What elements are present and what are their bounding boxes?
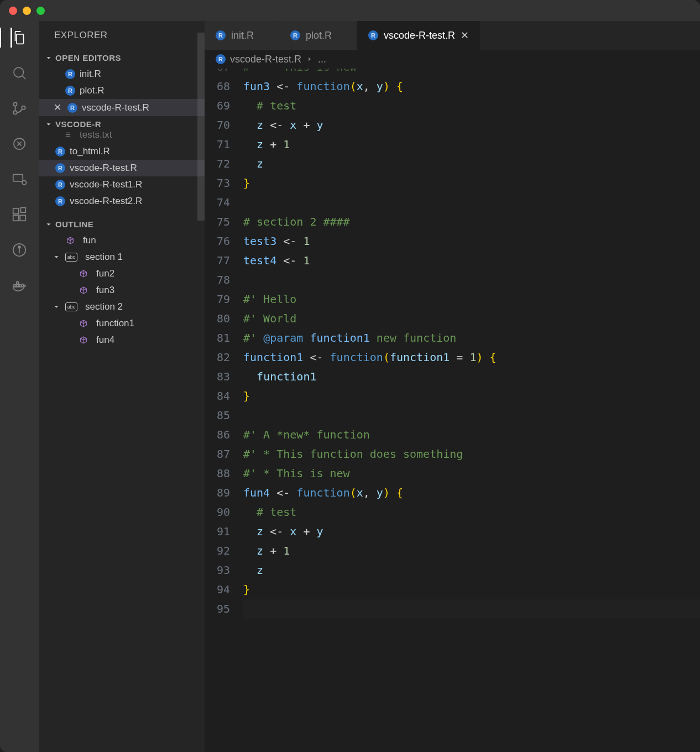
editor-tab[interactable]: plot.R✕ xyxy=(279,21,357,50)
breadcrumb-file: vscode-R-test.R xyxy=(230,54,301,65)
code-text: z + 1 xyxy=(243,541,700,561)
r-file-icon xyxy=(55,147,65,156)
code-line[interactable]: 72 z xyxy=(205,154,700,174)
close-icon[interactable]: ✕ xyxy=(461,29,469,41)
code-line[interactable]: 67# * This is new xyxy=(205,69,700,77)
code-line[interactable]: 77test4 <- 1 xyxy=(205,251,700,270)
search-icon[interactable] xyxy=(11,64,28,82)
code-line[interactable]: 88#' * This is new xyxy=(205,464,700,483)
open-editor-item[interactable]: init.R xyxy=(39,66,205,82)
git-graph-icon[interactable] xyxy=(11,241,28,259)
r-file-icon xyxy=(65,86,75,96)
editor-area: init.R✕plot.R✕vscode-R-test.R✕ vscode-R-… xyxy=(205,21,700,752)
file-item[interactable]: to_html.R xyxy=(39,143,205,160)
text-file-icon: ≡ xyxy=(65,129,75,140)
outline-label: function1 xyxy=(96,318,134,329)
file-item[interactable]: vscode-R-test2.R xyxy=(39,193,205,210)
svg-rect-9 xyxy=(13,215,19,221)
folder-list: ≡tests.txtto_html.Rvscode-R-test.Rvscode… xyxy=(39,132,205,210)
open-editor-item[interactable]: plot.R xyxy=(39,82,205,99)
code-line[interactable]: 95 xyxy=(205,599,700,619)
code-line[interactable]: 75# section 2 #### xyxy=(205,212,700,232)
editor-tab[interactable]: vscode-R-test.R✕ xyxy=(357,21,480,50)
scrollbar-thumb[interactable] xyxy=(197,33,205,221)
outline-item[interactable]: section 2 xyxy=(39,299,205,315)
file-item[interactable]: vscode-R-test1.R xyxy=(39,176,205,193)
outline-header[interactable]: OUTLINE xyxy=(39,216,205,232)
editor-tabs: init.R✕plot.R✕vscode-R-test.R✕ xyxy=(205,21,700,50)
code-line[interactable]: 80#' World xyxy=(205,309,700,328)
activity-bar xyxy=(0,21,39,752)
remote-icon[interactable] xyxy=(11,170,28,188)
line-number: 67 xyxy=(205,69,243,77)
code-line[interactable]: 89fun4 <- function(x, y) { xyxy=(205,483,700,503)
r-file-icon xyxy=(55,196,65,206)
code-line[interactable]: 87#' * This function does something xyxy=(205,445,700,464)
r-file-icon xyxy=(216,54,226,64)
code-text: fun4 <- function(x, y) { xyxy=(243,483,700,503)
code-line[interactable]: 94} xyxy=(205,580,700,599)
line-number: 94 xyxy=(205,580,243,599)
code-line[interactable]: 86#' A *new* function xyxy=(205,425,700,445)
close-window-button[interactable] xyxy=(9,7,17,15)
outline-item[interactable]: section 1 xyxy=(39,249,205,265)
debug-icon[interactable] xyxy=(11,135,28,153)
extensions-icon[interactable] xyxy=(11,206,28,223)
code-line[interactable]: 91 z <- x + y xyxy=(205,522,700,541)
outline-item[interactable]: fun2 xyxy=(39,265,205,282)
outline-label: fun3 xyxy=(96,285,114,296)
code-line[interactable]: 85 xyxy=(205,406,700,425)
code-text: test3 <- 1 xyxy=(243,232,700,251)
code-line[interactable]: 79#' Hello xyxy=(205,290,700,309)
outline-item[interactable]: fun4 xyxy=(39,332,205,348)
code-line[interactable]: 83 function1 xyxy=(205,367,700,387)
editor-tab[interactable]: init.R✕ xyxy=(205,21,279,50)
outline-list: funsection 1fun2fun3section 2function1fu… xyxy=(39,232,205,348)
code-line[interactable]: 68fun3 <- function(x, y) { xyxy=(205,77,700,96)
file-item[interactable]: vscode-R-test.R xyxy=(39,160,205,176)
code-line[interactable]: 78 xyxy=(205,270,700,290)
docker-icon[interactable] xyxy=(11,276,28,294)
code-line[interactable]: 69 # test xyxy=(205,96,700,116)
open-editor-item[interactable]: ✕vscode-R-test.R xyxy=(39,99,205,116)
minimize-window-button[interactable] xyxy=(23,7,31,15)
code-text: } xyxy=(243,580,700,599)
code-line[interactable]: 81#' @param function1 new function xyxy=(205,328,700,348)
open-editors-header[interactable]: OPEN EDITORS xyxy=(39,50,205,66)
line-number: 73 xyxy=(205,174,243,193)
code-line[interactable]: 93 z xyxy=(205,561,700,580)
line-number: 85 xyxy=(205,406,243,425)
code-line[interactable]: 73} xyxy=(205,174,700,193)
svg-rect-17 xyxy=(17,282,19,284)
sidebar-title: EXPLORER xyxy=(39,21,205,50)
r-file-icon xyxy=(368,30,378,40)
code-text: # test xyxy=(243,96,700,116)
explorer-icon[interactable] xyxy=(11,29,28,46)
code-line[interactable]: 74 xyxy=(205,193,700,212)
code-line[interactable]: 92 z + 1 xyxy=(205,541,700,561)
close-icon[interactable]: ✕ xyxy=(52,102,63,113)
titlebar xyxy=(0,0,700,21)
source-control-icon[interactable] xyxy=(11,100,28,117)
line-number: 93 xyxy=(205,561,243,580)
svg-point-3 xyxy=(13,111,17,114)
maximize-window-button[interactable] xyxy=(36,7,45,15)
file-item[interactable]: ≡tests.txt xyxy=(39,127,205,143)
code-line[interactable]: 71 z + 1 xyxy=(205,135,700,154)
code-line[interactable]: 70 z <- x + y xyxy=(205,116,700,135)
outline-item[interactable]: fun3 xyxy=(39,282,205,299)
code-text: # * This is new xyxy=(243,69,700,77)
code-text: #' World xyxy=(243,309,700,328)
outline-item[interactable]: function1 xyxy=(39,315,205,332)
code-editor[interactable]: 67# * This is new68fun3 <- function(x, y… xyxy=(205,69,700,752)
outline-label: fun2 xyxy=(96,268,114,279)
code-text: } xyxy=(243,387,700,406)
code-line[interactable]: 76test3 <- 1 xyxy=(205,232,700,251)
code-line[interactable]: 82function1 <- function(function1 = 1) { xyxy=(205,348,700,367)
breadcrumbs[interactable]: vscode-R-test.R ... xyxy=(205,50,700,69)
line-number: 95 xyxy=(205,599,243,619)
code-line[interactable]: 84} xyxy=(205,387,700,406)
code-line[interactable]: 90 # test xyxy=(205,503,700,522)
file-label: vscode-R-test.R xyxy=(82,102,149,113)
outline-item[interactable]: fun xyxy=(39,232,205,249)
